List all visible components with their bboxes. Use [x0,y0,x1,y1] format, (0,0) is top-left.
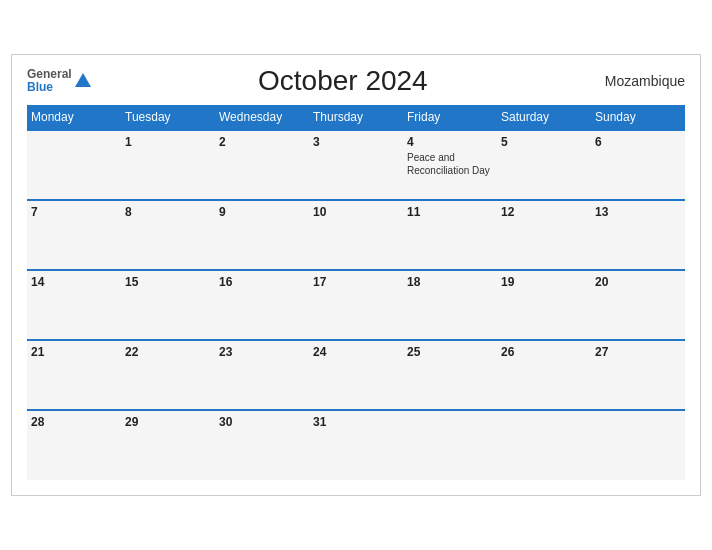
day-number: 1 [125,135,211,149]
calendar-cell: 19 [497,270,591,340]
calendar-cell: 3 [309,130,403,200]
calendar-cell: 6 [591,130,685,200]
calendar-cell: 26 [497,340,591,410]
day-number: 4 [407,135,493,149]
calendar-table: MondayTuesdayWednesdayThursdayFridaySatu… [27,105,685,480]
week-row-4: 21222324252627 [27,340,685,410]
day-number: 27 [595,345,681,359]
weekday-header-row: MondayTuesdayWednesdayThursdayFridaySatu… [27,105,685,130]
day-number: 8 [125,205,211,219]
day-number: 28 [31,415,117,429]
calendar-cell: 21 [27,340,121,410]
weekday-header-thursday: Thursday [309,105,403,130]
day-number: 29 [125,415,211,429]
day-number: 15 [125,275,211,289]
calendar-cell [403,410,497,480]
day-number: 19 [501,275,587,289]
day-number: 25 [407,345,493,359]
logo-text: General Blue [27,68,72,94]
day-number: 2 [219,135,305,149]
weekday-header-monday: Monday [27,105,121,130]
day-number: 7 [31,205,117,219]
calendar-cell: 9 [215,200,309,270]
calendar-cell: 28 [27,410,121,480]
day-number: 22 [125,345,211,359]
country-label: Mozambique [595,73,685,89]
day-number: 24 [313,345,399,359]
calendar-cell [591,410,685,480]
day-number: 3 [313,135,399,149]
calendar-header: General Blue October 2024 Mozambique [27,65,685,97]
day-number: 16 [219,275,305,289]
calendar-cell: 1 [121,130,215,200]
calendar-cell: 18 [403,270,497,340]
day-number: 10 [313,205,399,219]
weekday-header-wednesday: Wednesday [215,105,309,130]
day-number: 21 [31,345,117,359]
calendar-cell: 10 [309,200,403,270]
calendar-title: October 2024 [258,65,428,97]
calendar-cell: 14 [27,270,121,340]
calendar-cell: 15 [121,270,215,340]
calendar-cell: 11 [403,200,497,270]
calendar-cell: 13 [591,200,685,270]
day-number: 26 [501,345,587,359]
calendar-cell: 22 [121,340,215,410]
calendar-cell: 12 [497,200,591,270]
day-number: 31 [313,415,399,429]
day-number: 5 [501,135,587,149]
calendar-cell: 16 [215,270,309,340]
calendar-cell: 2 [215,130,309,200]
day-number: 12 [501,205,587,219]
weekday-header-saturday: Saturday [497,105,591,130]
day-number: 6 [595,135,681,149]
day-number: 9 [219,205,305,219]
calendar-cell: 8 [121,200,215,270]
calendar-cell: 7 [27,200,121,270]
day-number: 13 [595,205,681,219]
week-row-3: 14151617181920 [27,270,685,340]
day-number: 30 [219,415,305,429]
calendar-cell: 27 [591,340,685,410]
calendar-cell: 20 [591,270,685,340]
day-number: 23 [219,345,305,359]
day-number: 14 [31,275,117,289]
event-text: Peace and Reconciliation Day [407,151,493,177]
week-row-5: 28293031 [27,410,685,480]
week-row-1: 1234Peace and Reconciliation Day56 [27,130,685,200]
logo: General Blue [27,68,91,94]
calendar-cell [27,130,121,200]
calendar-cell [497,410,591,480]
calendar-cell: 24 [309,340,403,410]
weekday-header-friday: Friday [403,105,497,130]
calendar-cell: 29 [121,410,215,480]
calendar-cell: 31 [309,410,403,480]
day-number: 18 [407,275,493,289]
logo-triangle-icon [75,73,91,87]
week-row-2: 78910111213 [27,200,685,270]
calendar-cell: 25 [403,340,497,410]
calendar-cell: 17 [309,270,403,340]
calendar-cell: 4Peace and Reconciliation Day [403,130,497,200]
calendar-cell: 23 [215,340,309,410]
logo-blue: Blue [27,81,72,94]
calendar-cell: 30 [215,410,309,480]
calendar-cell: 5 [497,130,591,200]
day-number: 17 [313,275,399,289]
day-number: 20 [595,275,681,289]
day-number: 11 [407,205,493,219]
calendar-container: General Blue October 2024 Mozambique Mon… [11,54,701,496]
weekday-header-tuesday: Tuesday [121,105,215,130]
weekday-header-sunday: Sunday [591,105,685,130]
